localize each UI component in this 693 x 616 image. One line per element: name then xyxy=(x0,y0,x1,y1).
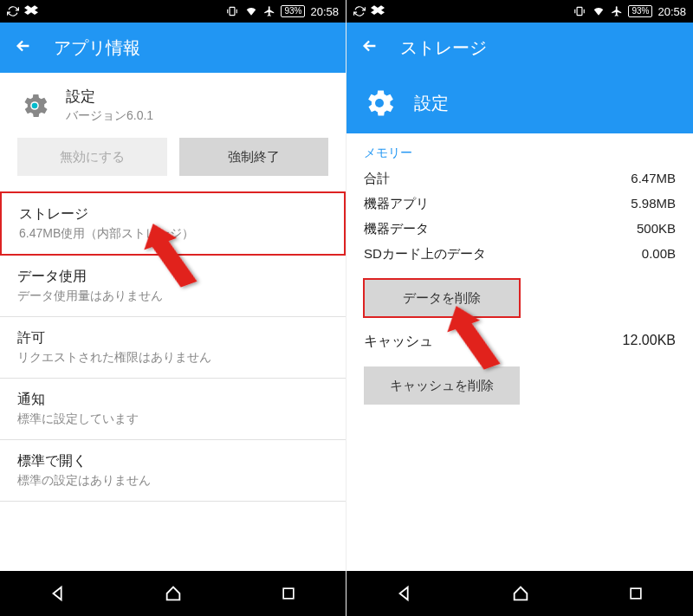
row-total: 合計6.47MB xyxy=(346,166,693,191)
app-header: 設定 バージョン6.0.1 xyxy=(0,73,346,138)
dropbox-icon xyxy=(24,5,38,17)
notifications-item[interactable]: 通知 標準に設定しています xyxy=(0,379,346,440)
back-button[interactable] xyxy=(14,36,33,60)
nav-home-button[interactable] xyxy=(164,584,183,603)
app-bar-title: ストレージ xyxy=(400,36,487,60)
storage-sub: 6.47MB使用（内部ストレージ） xyxy=(19,226,327,242)
content-area: メモリー 合計6.47MB 機器アプリ5.98MB 機器データ500KB SDカ… xyxy=(346,133,693,571)
vibrate-icon xyxy=(225,5,239,17)
row-sd: SDカード上のデータ0.00B xyxy=(346,242,693,267)
app-name: 設定 xyxy=(66,87,153,107)
app-bar: アプリ情報 xyxy=(0,23,346,73)
nav-back-button[interactable] xyxy=(49,584,68,603)
phone-right: 93% 20:58 ストレージ 設定 メモリー 合計6.47MB 機器アプリ5.… xyxy=(346,0,693,616)
row-app: 機器アプリ5.98MB xyxy=(346,191,693,217)
nav-recent-button[interactable] xyxy=(627,585,644,602)
nav-bar xyxy=(0,571,346,616)
disable-button: 無効にする xyxy=(17,138,167,176)
storage-title: ストレージ xyxy=(19,205,327,224)
svg-point-2 xyxy=(32,102,38,108)
gear-icon xyxy=(17,88,52,123)
nav-bar xyxy=(346,571,693,616)
status-bar: 93% 20:58 xyxy=(346,0,693,23)
nav-recent-button[interactable] xyxy=(280,585,297,602)
data-usage-sub: データ使用量はありません xyxy=(17,289,328,304)
wifi-icon xyxy=(244,5,258,17)
refresh-icon xyxy=(7,5,19,17)
data-usage-item[interactable]: データ使用 データ使用量はありません xyxy=(0,256,346,317)
battery-indicator: 93% xyxy=(628,5,652,17)
svg-rect-6 xyxy=(631,588,641,599)
open-default-title: 標準で開く xyxy=(17,452,328,470)
storage-item[interactable]: ストレージ 6.47MB使用（内部ストレージ） xyxy=(0,191,346,256)
data-usage-title: データ使用 xyxy=(17,268,328,286)
phone-left: 93% 20:58 アプリ情報 設定 バージョン6.0.1 無効にする xyxy=(0,0,346,616)
clear-data-button[interactable]: データを削除 xyxy=(364,279,520,317)
nav-home-button[interactable] xyxy=(511,584,530,603)
notifications-title: 通知 xyxy=(17,391,328,409)
refresh-icon xyxy=(353,5,366,17)
nav-back-button[interactable] xyxy=(395,584,414,603)
clock: 20:58 xyxy=(310,5,339,18)
dropbox-icon xyxy=(371,5,385,17)
app-bar: ストレージ xyxy=(346,23,693,73)
airplane-icon xyxy=(263,5,275,17)
force-stop-button[interactable]: 強制終了 xyxy=(179,138,329,176)
airplane-icon xyxy=(611,5,623,17)
permissions-item[interactable]: 許可 リクエストされた権限はありません xyxy=(0,317,346,379)
sub-header: 設定 xyxy=(346,73,693,133)
permissions-title: 許可 xyxy=(17,329,328,347)
app-bar-title: アプリ情報 xyxy=(54,36,140,60)
battery-indicator: 93% xyxy=(281,5,305,17)
svg-rect-4 xyxy=(578,7,583,15)
cache-label: キャッシュ xyxy=(364,333,433,351)
row-data: 機器データ500KB xyxy=(346,217,693,242)
svg-rect-0 xyxy=(230,7,236,15)
memory-section-label: メモリー xyxy=(346,133,693,166)
clock: 20:58 xyxy=(657,5,686,18)
content-area: 設定 バージョン6.0.1 無効にする 強制終了 ストレージ 6.47MB使用（… xyxy=(0,73,346,571)
svg-point-5 xyxy=(375,99,384,107)
gear-icon xyxy=(360,84,398,122)
wifi-icon xyxy=(592,5,606,17)
app-name: 設定 xyxy=(414,92,449,115)
svg-rect-3 xyxy=(283,588,294,599)
status-bar: 93% 20:58 xyxy=(0,0,346,23)
vibrate-icon xyxy=(573,5,586,17)
back-button[interactable] xyxy=(360,36,379,60)
clear-cache-button[interactable]: キャッシュを削除 xyxy=(364,366,520,405)
permissions-sub: リクエストされた権限はありません xyxy=(17,350,328,366)
notifications-sub: 標準に設定しています xyxy=(17,412,328,427)
app-version: バージョン6.0.1 xyxy=(66,108,153,124)
cache-value: 12.00KB xyxy=(623,333,676,351)
open-default-sub: 標準の設定はありません xyxy=(17,473,328,489)
open-default-item[interactable]: 標準で開く 標準の設定はありません xyxy=(0,440,346,502)
